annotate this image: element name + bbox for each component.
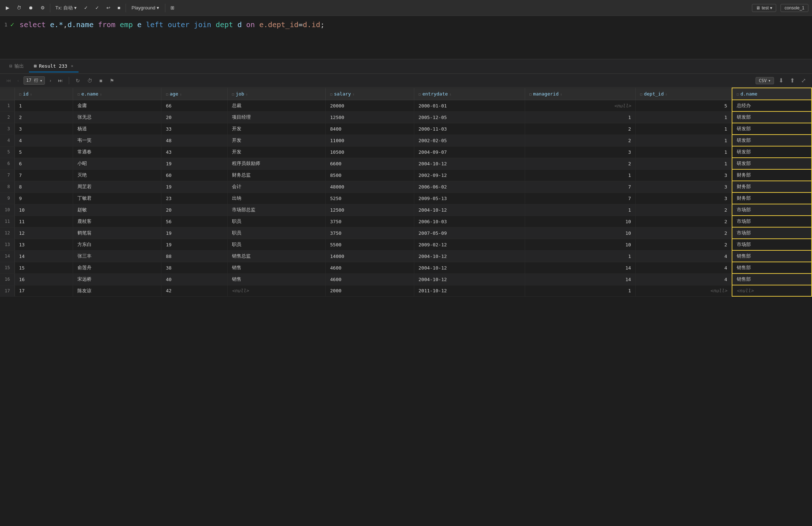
tx-button[interactable]: Tx: 自动 ▾: [53, 3, 79, 13]
checkmark-button[interactable]: ✓: [82, 4, 90, 12]
divider-3: [165, 4, 165, 12]
table-row[interactable]: 88周芷若19会计480002006-06-0273财务部: [0, 181, 812, 192]
sort-icon-deptid: ⇕: [665, 92, 667, 96]
table-row[interactable]: 11金庸66总裁200002000-01-01<null>5总经办: [0, 100, 812, 111]
table-row[interactable]: 33杨逍33开发84002000-11-0321研发部: [0, 123, 812, 135]
th-dname[interactable]: ☐d.name: [732, 88, 812, 100]
table-row[interactable]: 1010赵敏20市场部总监125002004-10-1212市场部: [0, 204, 812, 216]
test-label: test: [762, 5, 769, 10]
toolbar-left: ▶ ⏱ ⏺ ⚙ Tx: 自动 ▾ ✓ ✓ ↩ ■ Playground ▾ ⊞: [4, 3, 749, 13]
th-age[interactable]: ☐age⇕: [161, 88, 227, 100]
output-tabs: ⊡ 输出 ⊞ Result 233 ×: [0, 59, 812, 74]
table-row[interactable]: 1414张三丰88销售总监140002004-10-1214销售部: [0, 250, 812, 262]
stop-icon: ■: [118, 5, 120, 10]
th-ename[interactable]: ☐e.name⇕: [73, 88, 161, 100]
sort-icon-id: ⇕: [30, 92, 32, 96]
last-page-button[interactable]: ⏭: [56, 77, 64, 84]
th-managerid[interactable]: ☐managerid⇕: [525, 88, 635, 100]
table-row[interactable]: 1313方东白19职员55002009-02-12102市场部: [0, 239, 812, 250]
table-row[interactable]: 1111鹿杖客56职员37502006-10-03102市场部: [0, 216, 812, 227]
toolbar-right: 🖥 test ▾ console_1: [752, 4, 808, 12]
table-row[interactable]: 99丁敏君23出纳52502009-05-1373财务部: [0, 192, 812, 204]
col-icon-salary: ☐: [330, 92, 333, 97]
result-table-icon: ⊞: [34, 63, 37, 69]
table-row[interactable]: 77灭绝60财务总监85002002-09-1213财务部: [0, 169, 812, 181]
col-icon-id: ☐: [19, 92, 22, 97]
run-icon: ▶: [6, 5, 9, 10]
divider-2: [126, 4, 126, 12]
results-right-group: CSV ▾ ⬇ ⬆ ⤢: [756, 76, 808, 85]
tab-output[interactable]: ⊡ 输出: [4, 60, 29, 73]
time-button[interactable]: ⏱: [14, 4, 24, 12]
next-page-button[interactable]: ›: [48, 77, 53, 84]
table-row[interactable]: 66小昭19程序员鼓励师66002004-10-1221研发部: [0, 158, 812, 169]
csv-chevron-icon: ▾: [768, 78, 771, 83]
sql-code[interactable]: select e.*,d.name from emp e left outer …: [20, 19, 808, 30]
results-toolbar: ⏮ ‹ 17 行 CSV ▾ › ⏭ ↻ ⏱ ■ ⚑ CSV ▾ ⬇ ⬆ ⤢: [0, 74, 812, 88]
checkmark2-button[interactable]: ✓: [93, 4, 101, 12]
results-table-container[interactable]: ☐id⇕ ☐e.name⇕ ☐age⇕ ☐job⇕ ☐salary⇕ ☐entr…: [0, 88, 812, 526]
col-icon-dname: ☐: [737, 92, 739, 97]
pin-button[interactable]: ⚑: [107, 77, 117, 85]
col-icon-job: ☐: [232, 92, 234, 97]
tab-result[interactable]: ⊞ Result 233 ×: [29, 60, 79, 72]
col-icon-ename: ☐: [77, 92, 80, 97]
csv-button[interactable]: CSV ▾: [756, 77, 774, 84]
table-body: 11金庸66总裁200002000-01-01<null>5总经办22张无忌20…: [0, 100, 812, 296]
results-table: ☐id⇕ ☐e.name⇕ ☐age⇕ ☐job⇕ ☐salary⇕ ☐entr…: [0, 88, 812, 297]
line-number-1: 1: [4, 20, 7, 29]
th-deptid[interactable]: ☐dept_id⇕: [635, 88, 732, 100]
playground-label: Playground: [132, 5, 156, 10]
stop-results-button[interactable]: ■: [97, 77, 105, 85]
expand-button[interactable]: ⤢: [799, 76, 808, 85]
table-row[interactable]: 44韦一笑48开发110002002-02-0521研发部: [0, 135, 812, 146]
playground-button[interactable]: Playground ▾: [129, 4, 162, 12]
th-entrydate[interactable]: ☐entrydate⇕: [414, 88, 525, 100]
undo-button[interactable]: ↩: [104, 4, 113, 12]
th-job[interactable]: ☐job⇕: [227, 88, 326, 100]
run-button[interactable]: ▶: [4, 4, 12, 12]
grid-button[interactable]: ⊞: [168, 4, 177, 12]
sql-editor[interactable]: 1 ✓ select e.*,d.name from emp e left ou…: [0, 16, 812, 59]
table-row[interactable]: 1717陈友谅42<null>20002011-10-121<null><nul…: [0, 285, 812, 296]
divider-1: [50, 4, 50, 12]
tx-label: Tx: 自动: [55, 5, 73, 11]
undo-icon: ↩: [106, 5, 110, 10]
sort-icon-job: ⇕: [246, 92, 248, 96]
test-button[interactable]: 🖥 test ▾: [752, 4, 776, 12]
tx-chevron-icon: ▾: [74, 5, 77, 10]
col-icon-managerid: ☐: [529, 92, 532, 97]
refresh-button[interactable]: ↻: [73, 77, 82, 85]
tab-close-button[interactable]: ×: [71, 64, 73, 68]
col-icon-age: ☐: [166, 92, 168, 97]
settings-button[interactable]: ⚙: [38, 4, 47, 12]
history-button[interactable]: ⏱: [85, 77, 94, 85]
table-row[interactable]: 22张无忌20项目经理125002005-12-0511研发部: [0, 111, 812, 123]
rows-selector[interactable]: 17 行 CSV ▾: [24, 76, 45, 85]
share-button[interactable]: ⬆: [788, 76, 796, 85]
table-header-row: ☐id⇕ ☐e.name⇕ ☐age⇕ ☐job⇕ ☐salary⇕ ☐entr…: [0, 88, 812, 100]
table-row[interactable]: 1616宋远桥40销售46002004-10-12144销售部: [0, 273, 812, 285]
prev-page-button[interactable]: ‹: [16, 77, 21, 84]
table-row[interactable]: 55常遇春43开发105002004-09-0731研发部: [0, 146, 812, 158]
col-icon-deptid: ☐: [640, 92, 643, 97]
record-button[interactable]: ⏺: [26, 4, 35, 12]
output-icon: ⊡: [9, 63, 12, 69]
rows-dropdown-icon: ▾: [40, 78, 42, 83]
console-button[interactable]: console_1: [781, 4, 808, 12]
th-salary[interactable]: ☐salary⇕: [326, 88, 414, 100]
th-id[interactable]: ☐id⇕: [14, 88, 73, 100]
stop-button[interactable]: ■: [115, 4, 123, 12]
test-chevron-icon: ▾: [770, 5, 772, 10]
first-page-button[interactable]: ⏮: [4, 77, 13, 84]
col-icon-entrydate: ☐: [419, 92, 421, 97]
table-row[interactable]: 1212鹤笔翁19职员37502007-05-09102市场部: [0, 227, 812, 239]
main-toolbar: ▶ ⏱ ⏺ ⚙ Tx: 自动 ▾ ✓ ✓ ↩ ■ Playground ▾ ⊞: [0, 0, 812, 16]
download-button[interactable]: ⬇: [777, 76, 785, 85]
sort-icon-ename: ⇕: [100, 92, 102, 96]
monitor-icon: 🖥: [756, 5, 760, 10]
csv-label: CSV: [759, 78, 767, 83]
table-row[interactable]: 1515俞莲舟38销售46002004-10-12144销售部: [0, 262, 812, 273]
time-icon: ⏱: [17, 5, 21, 10]
sort-icon-managerid: ⇕: [560, 92, 562, 96]
